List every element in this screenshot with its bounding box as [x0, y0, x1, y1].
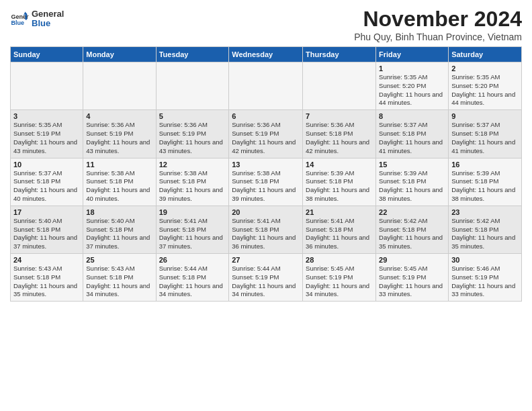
calendar-cell: 20Sunrise: 5:41 AM Sunset: 5:18 PM Dayli…	[229, 205, 303, 253]
calendar-cell: 2Sunrise: 5:35 AM Sunset: 5:20 PM Daylig…	[449, 62, 522, 110]
calendar-cell: 25Sunrise: 5:43 AM Sunset: 5:18 PM Dayli…	[83, 254, 156, 302]
day-info: Sunrise: 5:35 AM Sunset: 5:20 PM Dayligh…	[451, 73, 515, 106]
calendar-cell: 11Sunrise: 5:38 AM Sunset: 5:18 PM Dayli…	[83, 158, 156, 205]
calendar-cell: 30Sunrise: 5:46 AM Sunset: 5:19 PM Dayli…	[449, 254, 522, 302]
day-info: Sunrise: 5:38 AM Sunset: 5:18 PM Dayligh…	[232, 169, 296, 202]
day-info: Sunrise: 5:40 AM Sunset: 5:18 PM Dayligh…	[86, 217, 150, 250]
header-day-thursday: Thursday	[303, 47, 376, 62]
calendar-cell	[303, 62, 376, 110]
logo-icon: General Blue	[10, 9, 29, 28]
day-number: 1	[379, 64, 445, 73]
calendar-cell: 27Sunrise: 5:44 AM Sunset: 5:19 PM Dayli…	[229, 254, 303, 302]
day-info: Sunrise: 5:37 AM Sunset: 5:18 PM Dayligh…	[13, 169, 77, 202]
header-day-saturday: Saturday	[449, 47, 522, 62]
calendar-cell	[11, 62, 83, 110]
calendar-cell: 1Sunrise: 5:35 AM Sunset: 5:20 PM Daylig…	[376, 62, 449, 110]
day-number: 17	[13, 208, 80, 216]
title-block: November 2024 Phu Quy, Binh Thuan Provin…	[354, 7, 522, 42]
day-number: 19	[159, 208, 226, 216]
day-number: 10	[13, 161, 80, 169]
calendar-cell: 10Sunrise: 5:37 AM Sunset: 5:18 PM Dayli…	[11, 158, 83, 205]
day-info: Sunrise: 5:45 AM Sunset: 5:19 PM Dayligh…	[379, 265, 443, 298]
logo-text: General Blue	[32, 9, 64, 29]
day-info: Sunrise: 5:35 AM Sunset: 5:19 PM Dayligh…	[13, 121, 77, 154]
day-info: Sunrise: 5:36 AM Sunset: 5:19 PM Dayligh…	[232, 121, 296, 154]
day-number: 12	[159, 161, 226, 169]
header-day-monday: Monday	[83, 47, 156, 62]
calendar-cell: 24Sunrise: 5:43 AM Sunset: 5:18 PM Dayli…	[11, 254, 83, 302]
day-info: Sunrise: 5:36 AM Sunset: 5:19 PM Dayligh…	[86, 121, 150, 154]
calendar-cell: 4Sunrise: 5:36 AM Sunset: 5:19 PM Daylig…	[83, 110, 156, 158]
day-number: 21	[306, 208, 373, 216]
day-number: 5	[159, 112, 226, 120]
calendar-week-2: 3Sunrise: 5:35 AM Sunset: 5:19 PM Daylig…	[11, 110, 522, 158]
logo-blue-text: Blue	[32, 19, 64, 28]
day-info: Sunrise: 5:45 AM Sunset: 5:19 PM Dayligh…	[306, 265, 369, 298]
calendar-cell	[156, 62, 229, 110]
day-info: Sunrise: 5:41 AM Sunset: 5:18 PM Dayligh…	[159, 217, 223, 250]
logo: General Blue General Blue	[10, 9, 64, 29]
day-info: Sunrise: 5:37 AM Sunset: 5:18 PM Dayligh…	[451, 121, 515, 154]
day-number: 4	[86, 112, 152, 120]
day-number: 3	[13, 112, 80, 120]
day-info: Sunrise: 5:44 AM Sunset: 5:18 PM Dayligh…	[159, 265, 223, 298]
day-info: Sunrise: 5:39 AM Sunset: 5:18 PM Dayligh…	[451, 169, 515, 202]
calendar-cell: 26Sunrise: 5:44 AM Sunset: 5:18 PM Dayli…	[156, 254, 229, 302]
calendar-cell: 18Sunrise: 5:40 AM Sunset: 5:18 PM Dayli…	[83, 205, 156, 253]
calendar-table: SundayMondayTuesdayWednesdayThursdayFrid…	[10, 46, 522, 302]
day-info: Sunrise: 5:39 AM Sunset: 5:18 PM Dayligh…	[306, 169, 369, 202]
day-info: Sunrise: 5:38 AM Sunset: 5:18 PM Dayligh…	[159, 169, 223, 202]
day-info: Sunrise: 5:42 AM Sunset: 5:18 PM Dayligh…	[379, 217, 443, 250]
header-row: SundayMondayTuesdayWednesdayThursdayFrid…	[11, 47, 522, 62]
calendar-cell: 6Sunrise: 5:36 AM Sunset: 5:19 PM Daylig…	[229, 110, 303, 158]
calendar-body: 1Sunrise: 5:35 AM Sunset: 5:20 PM Daylig…	[11, 62, 522, 302]
page-header: General Blue General Blue November 2024 …	[10, 7, 522, 42]
day-number: 6	[232, 112, 300, 120]
calendar-cell: 23Sunrise: 5:42 AM Sunset: 5:18 PM Dayli…	[449, 205, 522, 253]
day-number: 2	[451, 64, 519, 73]
day-number: 23	[451, 208, 519, 216]
day-number: 29	[379, 256, 445, 264]
day-info: Sunrise: 5:40 AM Sunset: 5:18 PM Dayligh…	[13, 217, 77, 250]
day-number: 8	[379, 112, 445, 120]
calendar-cell: 9Sunrise: 5:37 AM Sunset: 5:18 PM Daylig…	[449, 110, 522, 158]
day-info: Sunrise: 5:36 AM Sunset: 5:19 PM Dayligh…	[159, 121, 223, 154]
day-number: 9	[451, 112, 519, 120]
calendar-cell: 16Sunrise: 5:39 AM Sunset: 5:18 PM Dayli…	[449, 158, 522, 205]
logo-general-text: General	[32, 9, 64, 19]
svg-text:Blue: Blue	[11, 19, 24, 26]
calendar-cell: 3Sunrise: 5:35 AM Sunset: 5:19 PM Daylig…	[11, 110, 83, 158]
calendar-cell: 8Sunrise: 5:37 AM Sunset: 5:18 PM Daylig…	[376, 110, 449, 158]
day-info: Sunrise: 5:37 AM Sunset: 5:18 PM Dayligh…	[379, 121, 443, 154]
calendar-week-1: 1Sunrise: 5:35 AM Sunset: 5:20 PM Daylig…	[11, 62, 522, 110]
calendar-cell: 7Sunrise: 5:36 AM Sunset: 5:18 PM Daylig…	[303, 110, 376, 158]
calendar-cell	[83, 62, 156, 110]
calendar-week-4: 17Sunrise: 5:40 AM Sunset: 5:18 PM Dayli…	[11, 205, 522, 253]
location-subtitle: Phu Quy, Binh Thuan Province, Vietnam	[354, 32, 522, 42]
calendar-week-3: 10Sunrise: 5:37 AM Sunset: 5:18 PM Dayli…	[11, 158, 522, 205]
header-day-wednesday: Wednesday	[229, 47, 303, 62]
calendar-cell: 29Sunrise: 5:45 AM Sunset: 5:19 PM Dayli…	[376, 254, 449, 302]
calendar-header: SundayMondayTuesdayWednesdayThursdayFrid…	[11, 47, 522, 62]
calendar-cell	[229, 62, 303, 110]
day-number: 18	[86, 208, 152, 216]
day-number: 20	[232, 208, 300, 216]
calendar-cell: 13Sunrise: 5:38 AM Sunset: 5:18 PM Dayli…	[229, 158, 303, 205]
day-info: Sunrise: 5:46 AM Sunset: 5:19 PM Dayligh…	[451, 265, 515, 298]
day-info: Sunrise: 5:41 AM Sunset: 5:18 PM Dayligh…	[232, 217, 296, 250]
day-info: Sunrise: 5:41 AM Sunset: 5:18 PM Dayligh…	[306, 217, 369, 250]
header-day-sunday: Sunday	[11, 47, 83, 62]
day-number: 22	[379, 208, 445, 216]
calendar-cell: 21Sunrise: 5:41 AM Sunset: 5:18 PM Dayli…	[303, 205, 376, 253]
month-title: November 2024	[354, 7, 522, 32]
day-info: Sunrise: 5:36 AM Sunset: 5:18 PM Dayligh…	[306, 121, 369, 154]
day-number: 11	[86, 161, 152, 169]
day-info: Sunrise: 5:39 AM Sunset: 5:18 PM Dayligh…	[379, 169, 443, 202]
day-number: 26	[159, 256, 226, 264]
header-day-friday: Friday	[376, 47, 449, 62]
day-info: Sunrise: 5:35 AM Sunset: 5:20 PM Dayligh…	[379, 73, 443, 106]
day-info: Sunrise: 5:42 AM Sunset: 5:18 PM Dayligh…	[451, 217, 515, 250]
day-number: 30	[451, 256, 519, 264]
calendar-cell: 14Sunrise: 5:39 AM Sunset: 5:18 PM Dayli…	[303, 158, 376, 205]
calendar-cell: 5Sunrise: 5:36 AM Sunset: 5:19 PM Daylig…	[156, 110, 229, 158]
